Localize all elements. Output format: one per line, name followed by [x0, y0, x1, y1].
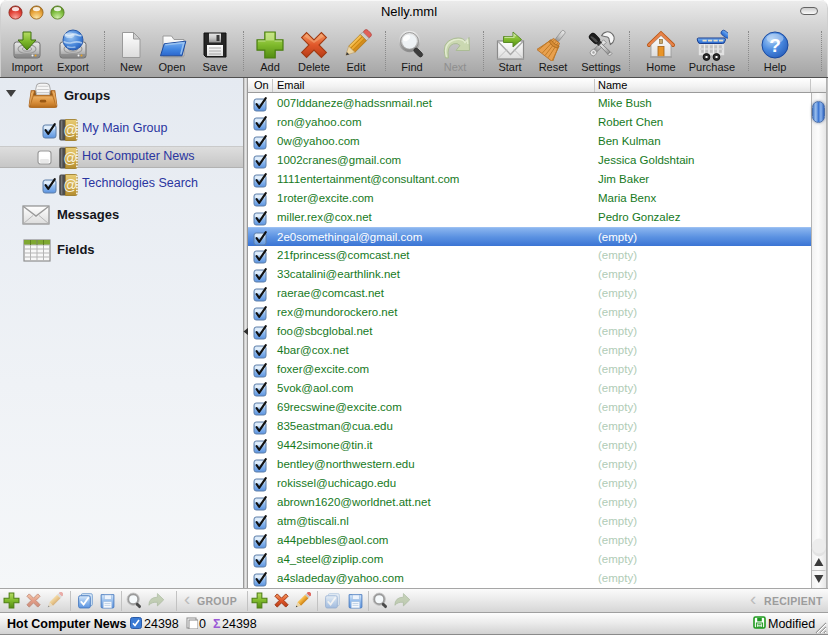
svg-text:@: @: [63, 121, 77, 137]
svg-text:@: @: [63, 149, 77, 165]
svg-text:@: @: [63, 176, 77, 192]
svg-text:?: ?: [769, 35, 781, 56]
